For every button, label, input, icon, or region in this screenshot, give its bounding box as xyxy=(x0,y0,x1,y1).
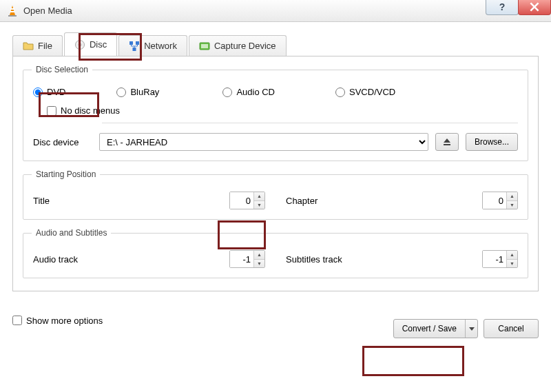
tab-content: Disc Selection DVD BluRay Audio CD SVCD/… xyxy=(12,56,539,291)
close-button[interactable] xyxy=(518,0,551,15)
svg-rect-12 xyxy=(444,144,450,145)
checkbox-no-disc-menus-label: No disc menus xyxy=(61,105,120,116)
subtitles-track-spin-up[interactable]: ▲ xyxy=(507,251,517,260)
disc-device-label: Disc device xyxy=(33,137,92,147)
folder-icon xyxy=(23,41,34,52)
svg-point-5 xyxy=(79,43,81,46)
title-label: Title xyxy=(33,196,229,206)
svg-marker-13 xyxy=(469,327,475,331)
radio-audiocd-label: Audio CD xyxy=(236,87,275,97)
legend-audio-subtitles: Audio and Subtitles xyxy=(32,228,111,238)
svg-rect-1 xyxy=(8,15,17,17)
titlebar: Open Media ? xyxy=(0,0,551,22)
tab-bar: File Disc Network Capture Device xyxy=(12,33,539,56)
cancel-button[interactable]: Cancel xyxy=(484,319,539,338)
chapter-spin-up[interactable]: ▲ xyxy=(507,192,517,201)
legend-disc-selection: Disc Selection xyxy=(32,65,92,74)
chapter-spinner[interactable]: ▲▼ xyxy=(482,192,518,209)
eject-icon xyxy=(442,137,452,147)
eject-button[interactable] xyxy=(435,133,459,151)
svg-rect-6 xyxy=(129,41,133,45)
radio-audiocd[interactable]: Audio CD xyxy=(222,87,275,97)
svg-rect-8 xyxy=(133,48,136,51)
title-spin-down[interactable]: ▼ xyxy=(254,201,264,209)
tab-file-label: File xyxy=(38,41,52,51)
subtitles-track-spin-down[interactable]: ▼ xyxy=(507,260,517,268)
radio-bluray[interactable]: BluRay xyxy=(116,87,159,97)
checkbox-no-disc-menus-input[interactable] xyxy=(47,106,56,116)
radio-audiocd-input[interactable] xyxy=(222,87,232,97)
svg-rect-3 xyxy=(10,11,14,12)
tab-disc[interactable]: Disc xyxy=(64,32,117,56)
title-spinner-input[interactable] xyxy=(230,192,253,209)
convert-save-button[interactable]: Convert / Save xyxy=(393,319,478,338)
legend-starting-position: Starting Position xyxy=(32,169,100,179)
chapter-label: Chapter xyxy=(286,196,482,206)
highlight-convert-save xyxy=(362,346,464,376)
radio-dvd[interactable]: DVD xyxy=(33,87,65,97)
checkbox-show-more-options-label: Show more options xyxy=(26,316,103,326)
subtitles-track-spinner[interactable]: ▲▼ xyxy=(482,250,518,268)
radio-svcd[interactable]: SVCD/VCD xyxy=(335,87,395,97)
capture-device-icon xyxy=(199,41,210,52)
tab-disc-label: Disc xyxy=(90,39,107,50)
subtitles-track-label: Subtitles track xyxy=(286,254,482,265)
disc-device-select[interactable]: E:\ - JARHEAD xyxy=(99,133,428,151)
dropdown-arrow-icon[interactable] xyxy=(465,320,477,338)
tab-capture[interactable]: Capture Device xyxy=(189,35,287,56)
radio-bluray-input[interactable] xyxy=(116,87,126,97)
network-icon xyxy=(129,41,140,52)
checkbox-show-more-options[interactable]: Show more options xyxy=(12,316,103,326)
disc-icon xyxy=(74,39,85,50)
browse-button-label: Browse... xyxy=(475,137,509,147)
tab-file[interactable]: File xyxy=(12,35,63,56)
group-starting-position: Starting Position Title ▲▼ Chapter ▲▼ xyxy=(23,169,528,220)
group-audio-subtitles: Audio and Subtitles Audio track ▲▼ Subti… xyxy=(23,228,528,278)
svg-rect-10 xyxy=(201,44,208,48)
browse-button[interactable]: Browse... xyxy=(466,133,518,151)
tab-network[interactable]: Network xyxy=(118,35,187,56)
radio-dvd-label: DVD xyxy=(47,87,65,97)
title-spinner[interactable]: ▲▼ xyxy=(229,192,265,209)
audio-track-spinner[interactable]: ▲▼ xyxy=(229,250,265,268)
separator xyxy=(102,123,518,123)
svg-marker-0 xyxy=(10,6,15,15)
audio-track-spin-up[interactable]: ▲ xyxy=(254,251,264,260)
tab-capture-label: Capture Device xyxy=(214,41,276,51)
audio-track-label: Audio track xyxy=(33,254,229,265)
svg-rect-7 xyxy=(136,41,139,45)
radio-svcd-input[interactable] xyxy=(335,87,345,97)
title-spin-up[interactable]: ▲ xyxy=(254,192,264,201)
checkbox-show-more-options-input[interactable] xyxy=(12,316,22,325)
radio-svcd-label: SVCD/VCD xyxy=(349,87,395,97)
audio-track-spin-down[interactable]: ▼ xyxy=(254,260,264,268)
svg-marker-11 xyxy=(444,138,450,143)
window-title: Open Media xyxy=(23,6,72,16)
convert-save-label: Convert / Save xyxy=(402,324,457,333)
window-controls: ? xyxy=(486,0,551,15)
cancel-label: Cancel xyxy=(498,324,523,333)
audio-track-input[interactable] xyxy=(230,251,253,267)
chapter-spinner-input[interactable] xyxy=(483,192,506,209)
tab-network-label: Network xyxy=(144,41,177,51)
radio-bluray-label: BluRay xyxy=(130,87,159,97)
chapter-spin-down[interactable]: ▼ xyxy=(507,201,517,209)
group-disc-selection: Disc Selection DVD BluRay Audio CD SVCD/… xyxy=(23,65,528,161)
subtitles-track-input[interactable] xyxy=(483,251,506,267)
svg-rect-2 xyxy=(10,8,14,10)
checkbox-no-disc-menus[interactable]: No disc menus xyxy=(47,105,518,116)
radio-dvd-input[interactable] xyxy=(33,87,43,97)
vlc-cone-icon xyxy=(6,4,19,18)
help-button[interactable]: ? xyxy=(486,0,519,15)
